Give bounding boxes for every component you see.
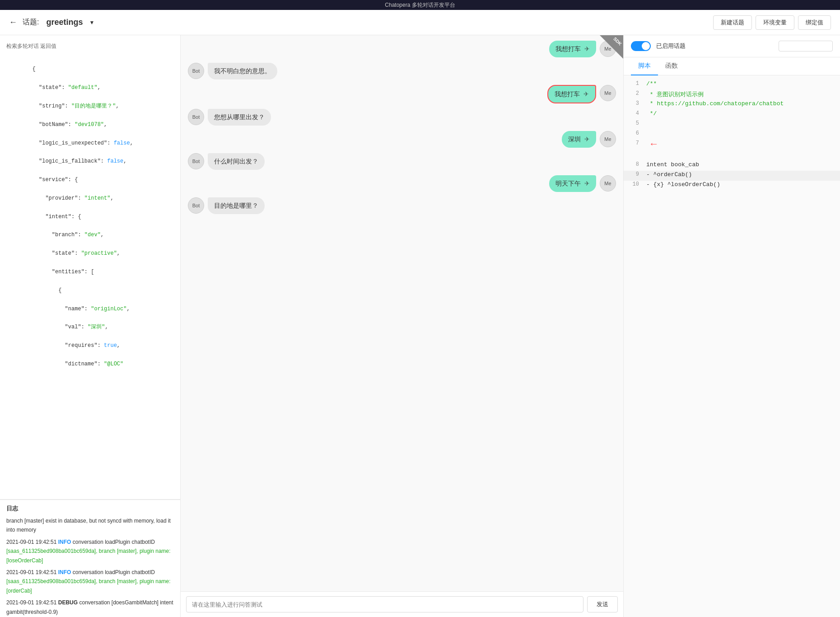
code-content: - {x} ^loseOrderCab() (646, 181, 840, 188)
chat-panel: SDK Me 我想打车 ✈ Bot 我不明白您的意思。 (181, 35, 623, 617)
line-number: 9 (624, 171, 646, 178)
topbar-title: Chatopera 多轮对话开发平台 (385, 1, 455, 9)
env-vars-button[interactable]: 环境变量 (756, 15, 794, 30)
message-text: 我想打车 (555, 44, 581, 54)
user-avatar: Me (600, 85, 616, 101)
log-detail: [saas_611325bed908ba001bc659da], branch … (6, 548, 171, 563)
line-number: 2 (624, 90, 646, 97)
bot-label: Bot (192, 68, 200, 74)
list-item: 2021-09-01 19:42:51 INFO conversation lo… (6, 568, 174, 595)
bot-label: Bot (192, 114, 200, 120)
table-row: Bot 您想从哪里出发？ (188, 109, 616, 126)
message-text: 我想打车 (555, 89, 580, 99)
log-timestamp: 2021-09-01 19:42:51 (6, 539, 56, 545)
me-label: Me (604, 90, 611, 96)
code-editor: 1 /** 2 * 意图识别对话示例 3 * https://github.co… (624, 75, 840, 617)
line-number: 10 (624, 181, 646, 187)
table-row: Me 明天下午 ✈ (188, 175, 616, 192)
header-actions: 新建话题 环境变量 绑定值 (713, 15, 831, 30)
line-number: 3 (624, 100, 646, 107)
toggle-label: 已启用话题 (656, 42, 686, 50)
send-icon: ✈ (584, 179, 590, 188)
log-message: conversation loadPlugin chatbotID (73, 539, 155, 545)
message-text: 目的地是哪里？ (214, 202, 258, 209)
code-line-7: 7 ← (624, 140, 840, 161)
send-button[interactable]: 发送 (587, 596, 618, 612)
bot-avatar: Bot (188, 63, 204, 79)
chat-input[interactable] (186, 596, 583, 612)
left-panel: 检索多轮对话 返回值 { "state": "default", "string… (0, 35, 181, 617)
topic-name: greetings (46, 18, 83, 27)
code-content: intent book_cab (646, 161, 840, 168)
header: ← 话题: greetings ▼ 新建话题 环境变量 绑定值 (0, 10, 840, 35)
list-item: 2021-09-01 19:42:51 INFO conversation lo… (6, 538, 174, 565)
line-number: 6 (624, 130, 646, 136)
table-row: Bot 目的地是哪里？ (188, 197, 616, 214)
user-avatar: Me (600, 175, 616, 192)
table-row: Me 我想打车 ✈ (188, 85, 616, 103)
topic-toggle[interactable] (631, 41, 651, 51)
code-content: * 意图识别对话示例 (646, 90, 840, 98)
user-avatar: Me (600, 131, 616, 147)
code-line-3: 3 * https://github.com/chatopera/chatbot (624, 100, 840, 110)
message-text: 明天下午 (555, 179, 581, 188)
send-icon: ✈ (584, 44, 590, 54)
chat-input-area: 发送 (181, 591, 623, 617)
back-icon[interactable]: ← (9, 18, 17, 27)
line-number: 7 (624, 140, 646, 146)
user-bubble: 明天下午 ✈ (549, 175, 596, 192)
table-row: Bot 什么时间出发？ (188, 153, 616, 170)
message-text: 您想从哪里出发？ (214, 113, 265, 121)
log-detail: [saas_611325bed908ba001bc659da], branch … (6, 578, 171, 594)
list-item: branch [master] exist in database, but n… (6, 516, 174, 535)
right-panel: 已启用话题 脚本 函数 1 /** 2 * 意图识别对话示例 3 * https… (623, 35, 840, 617)
list-item: 2021-09-01 19:42:51 DEBUG conversation [… (6, 598, 174, 617)
line-number: 5 (624, 120, 646, 126)
tab-script[interactable]: 脚本 (631, 57, 658, 75)
bot-avatar: Bot (188, 109, 204, 125)
code-line-5: 5 (624, 120, 840, 130)
right-panel-header: 已启用话题 (624, 35, 840, 57)
code-content: /** (646, 80, 840, 87)
topic-label: 话题: (23, 18, 39, 27)
script-search-input[interactable] (779, 41, 833, 51)
me-label: Me (604, 136, 611, 142)
bot-bubble: 我不明白您的意思。 (208, 63, 277, 79)
tab-function[interactable]: 函数 (658, 57, 685, 75)
code-line-9: 9 - ^orderCab() (624, 171, 840, 181)
log-plain-text: branch [master] exist in database, but n… (6, 518, 171, 533)
log-message: conversation loadPlugin chatbotID (73, 569, 155, 575)
send-icon: ✈ (583, 89, 589, 99)
message-text: 什么时间出发？ (214, 158, 258, 165)
line-number: 8 (624, 161, 646, 168)
table-row: Me 我想打车 ✈ (188, 41, 616, 57)
send-icon: ✈ (584, 135, 590, 144)
code-line-1: 1 /** (624, 80, 840, 90)
code-line-6: 6 (624, 130, 840, 140)
bot-label: Bot (192, 159, 200, 164)
code-line-2: 2 * 意图识别对话示例 (624, 90, 840, 100)
code-content: - ^orderCab() (646, 171, 840, 178)
table-row: Bot 我不明白您的意思。 (188, 63, 616, 79)
bot-bubble: 您想从哪里出发？ (208, 109, 271, 126)
line-number: 4 (624, 110, 646, 117)
red-arrow-icon: ← (651, 139, 657, 150)
bot-bubble: 什么时间出发？ (208, 153, 265, 170)
bot-label: Bot (192, 203, 200, 208)
code-line-10: 10 - {x} ^loseOrderCab() (624, 181, 840, 191)
message-text: 我不明白您的意思。 (214, 67, 271, 75)
log-level: DEBUG (58, 599, 78, 606)
chat-messages: Me 我想打车 ✈ Bot 我不明白您的意思。 Me (181, 35, 623, 591)
bot-bubble: 目的地是哪里？ (208, 197, 265, 214)
topbar: Chatopera 多轮对话开发平台 (0, 0, 840, 10)
code-line-8: 8 intent book_cab (624, 161, 840, 171)
search-label: 检索多轮对话 返回值 (6, 40, 174, 53)
log-timestamp: 2021-09-01 19:42:51 (6, 569, 56, 575)
highlighted-user-bubble: 我想打车 ✈ (547, 85, 596, 103)
log-timestamp: 2021-09-01 19:42:51 (6, 599, 56, 606)
message-text: 深圳 (568, 135, 581, 144)
new-topic-button[interactable]: 新建话题 (713, 15, 752, 30)
code-line-4: 4 */ (624, 110, 840, 120)
bind-button[interactable]: 绑定值 (798, 15, 831, 30)
chevron-down-icon[interactable]: ▼ (89, 19, 94, 26)
